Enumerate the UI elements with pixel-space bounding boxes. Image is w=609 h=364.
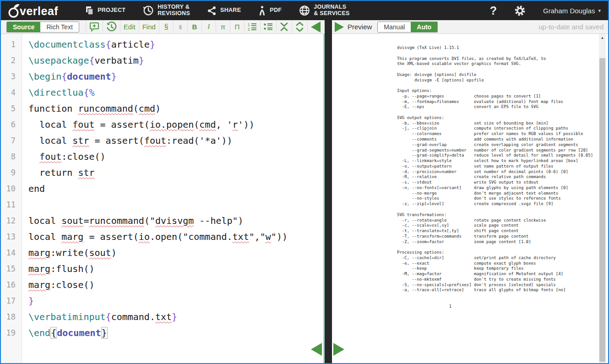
bullet-list-button[interactable]	[260, 20, 276, 34]
line-number-gutter: 12345678910111213141516171819	[1, 34, 22, 363]
subsection-button[interactable]: §	[173, 20, 187, 34]
code-line-11[interactable]	[28, 197, 322, 213]
code-line-8[interactable]: fout:close()	[28, 149, 322, 165]
code-line-10[interactable]: end	[28, 181, 322, 197]
code-line-3[interactable]: \begin{document}	[28, 69, 322, 85]
line-number-17: 17	[1, 293, 22, 309]
find-button[interactable]: Find	[139, 20, 159, 34]
line-number-12: 12	[1, 213, 22, 229]
scrollbar-up-arrow[interactable]: ▲	[599, 34, 606, 41]
line-number-1: 1	[1, 37, 22, 53]
code-line-9[interactable]: return str	[28, 165, 322, 181]
edit-button[interactable]: Edit	[120, 20, 139, 34]
top-right-controls: ? Graham Douglas ▾	[490, 4, 601, 17]
numbered-list-icon: 1 2	[248, 22, 257, 31]
line-number-10: 10	[1, 181, 22, 197]
auto-compile-button[interactable]: Auto	[411, 22, 437, 32]
code-line-19[interactable]: \end{document}	[28, 325, 322, 341]
top-nav: PROJECT HISTORY & REVISIONS SHARE	[85, 4, 350, 17]
scrollbar-thumb[interactable]	[599, 58, 605, 362]
add-comment-button[interactable]	[86, 20, 103, 34]
line-number-7: 7	[1, 133, 22, 149]
unfold-less-icon	[280, 22, 288, 32]
overleaf-logo[interactable]: verleaf	[7, 4, 58, 18]
code-line-16[interactable]: marg:close()	[28, 277, 322, 293]
top-menu-bar: verleaf PROJECT HISTORY & REVISIONS	[1, 1, 608, 20]
line-number-5: 5	[1, 101, 22, 117]
code-line-14[interactable]: marg:write(sout)	[28, 245, 322, 261]
nav-project[interactable]: PROJECT	[85, 6, 125, 16]
code-line-1[interactable]: \documentclass{article}	[28, 37, 322, 53]
bullet-list-icon	[264, 22, 273, 31]
pane-divider[interactable]	[325, 20, 332, 363]
globe-icon	[299, 5, 310, 16]
track-changes-button[interactable]	[103, 20, 120, 34]
nav-journals-services[interactable]: JOURNALS & SERVICES	[299, 4, 350, 17]
svg-text:2: 2	[248, 27, 250, 31]
code-area[interactable]: \documentclass{article}\usepackage{verba…	[28, 34, 322, 341]
save-status: up-to-date and saved	[538, 23, 604, 31]
nav-share[interactable]: SHARE	[207, 6, 241, 16]
line-number-13: 13	[1, 229, 22, 245]
add-comment-icon	[89, 22, 99, 32]
display-math-button[interactable]: Π	[230, 20, 244, 34]
bold-button[interactable]: B	[187, 20, 201, 34]
pdf-preview-pane: dvisvgm (TeX Live) 1.15.1 This program c…	[332, 34, 608, 363]
source-richtext-toggle: Source Rich Text	[6, 22, 79, 33]
code-line-17[interactable]: }	[28, 293, 322, 309]
nav-history-revisions[interactable]: HISTORY & REVISIONS	[143, 4, 190, 17]
unfold-less-button[interactable]	[276, 20, 292, 34]
pdf-person-icon	[258, 5, 266, 16]
line-number-2: 2	[1, 53, 22, 69]
collapse-right-pane-button[interactable]	[333, 343, 344, 356]
collapse-editor-arrow[interactable]	[311, 22, 321, 33]
settings-button[interactable]	[514, 5, 526, 16]
line-number-6: 6	[1, 117, 22, 133]
manual-compile-button[interactable]: Manual	[378, 22, 411, 32]
pdf-toolbar: Preview Manual Auto up-to-date and saved	[332, 20, 608, 34]
code-line-6[interactable]: local fout = assert(io.popen(cmd, 'r'))	[28, 117, 322, 133]
unfold-more-button[interactable]	[292, 20, 308, 34]
line-number-4: 4	[1, 85, 22, 101]
nav-journals-label: JOURNALS & SERVICES	[314, 4, 350, 17]
expand-preview-arrow[interactable]	[335, 22, 344, 32]
source-editor-pane[interactable]: 12345678910111213141516171819 \documentc…	[1, 34, 325, 363]
nav-pdf[interactable]: PDF	[258, 5, 282, 16]
history-clock-icon	[143, 5, 154, 16]
caret-down-icon: ▾	[598, 8, 601, 14]
numbered-list-button[interactable]: 1 2	[244, 20, 260, 34]
nav-share-label: SHARE	[220, 7, 241, 14]
logo-text: verleaf	[20, 4, 58, 18]
code-line-4[interactable]: \directlua{%	[28, 85, 322, 101]
line-number-9: 9	[1, 165, 22, 181]
section-button[interactable]: §	[159, 20, 173, 34]
project-icon	[85, 6, 94, 16]
code-line-2[interactable]: \usepackage{verbatim}	[28, 53, 322, 69]
source-tab[interactable]: Source	[7, 22, 40, 32]
code-line-5[interactable]: function runcommand(cmd)	[28, 101, 322, 117]
user-name: Graham Douglas	[543, 7, 595, 15]
help-button[interactable]: ?	[490, 4, 497, 17]
compile-mode-toggle: Manual Auto	[377, 22, 438, 33]
nav-pdf-label: PDF	[270, 7, 282, 14]
svg-text:1: 1	[248, 22, 250, 27]
code-line-13[interactable]: local marg = assert(io.open("command.txt…	[28, 229, 322, 245]
code-line-7[interactable]: local str = assert(fout:read('*a'))	[28, 133, 322, 149]
collapse-left-pane-button[interactable]	[311, 343, 322, 356]
code-line-12[interactable]: local sout=runcommand("dvisvgm --help")	[28, 213, 322, 229]
preview-label: Preview	[348, 23, 372, 31]
editor-toolbar: Source Rich Text Edit Find § § B I π Π	[1, 20, 325, 34]
line-number-19: 19	[1, 325, 22, 341]
pdf-text: dvisvgm (TeX Live) 1.15.1 This program c…	[397, 45, 593, 310]
inline-math-button[interactable]: π	[216, 20, 230, 34]
nav-history-label: HISTORY & REVISIONS	[158, 4, 190, 17]
line-number-8: 8	[1, 149, 22, 165]
history-restore-icon	[106, 22, 117, 32]
code-line-15[interactable]: marg:flush()	[28, 261, 322, 277]
italic-button[interactable]: I	[201, 20, 216, 34]
line-number-3: 3	[1, 69, 22, 85]
code-line-18[interactable]: \verbatiminput{command.txt}	[28, 309, 322, 325]
user-menu[interactable]: Graham Douglas ▾	[543, 7, 601, 15]
rich-text-tab[interactable]: Rich Text	[40, 22, 78, 32]
pdf-scrollbar[interactable]: ▲	[599, 34, 606, 363]
